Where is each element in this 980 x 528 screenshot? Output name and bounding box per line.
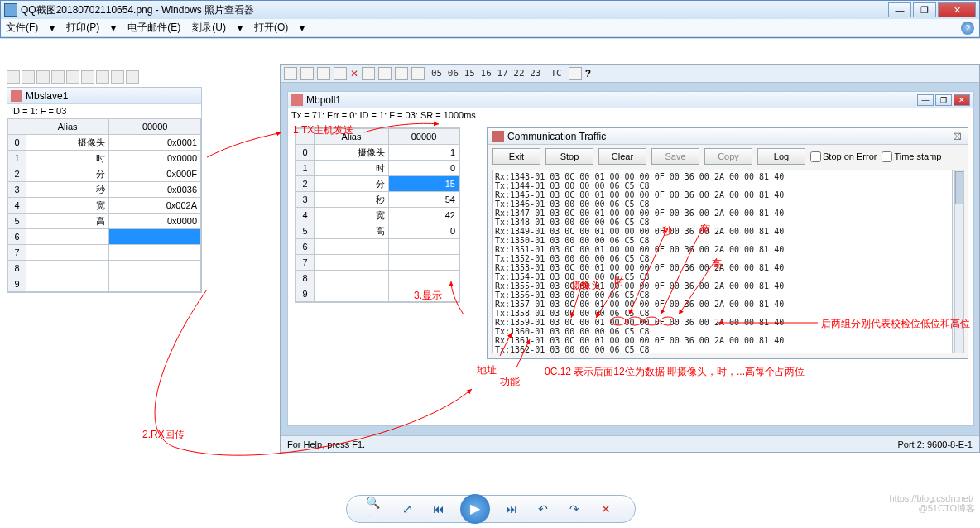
- copy-button[interactable]: Copy: [704, 148, 752, 165]
- row-header[interactable]: 8: [296, 271, 315, 286]
- cell-value[interactable]: [389, 271, 459, 286]
- cell-value[interactable]: [109, 229, 201, 245]
- scrollbar[interactable]: [954, 170, 964, 353]
- tool-icon[interactable]: [395, 67, 408, 80]
- cell-alias[interactable]: 秒: [26, 182, 109, 198]
- row-header[interactable]: 4: [8, 198, 26, 214]
- cell-alias[interactable]: [315, 239, 389, 255]
- dialog-close-icon[interactable]: ⛝: [953, 131, 963, 142]
- cell-value[interactable]: 15: [389, 176, 459, 192]
- mbslave-table[interactable]: Alias00000 0摄像头0x00011时0x00002分0x000F3秒0…: [7, 118, 201, 292]
- row-header[interactable]: 0: [296, 145, 315, 161]
- save-button[interactable]: Save: [651, 148, 699, 165]
- help-icon[interactable]: ?: [961, 22, 974, 35]
- row-header[interactable]: 8: [8, 261, 26, 276]
- toolbar-icon[interactable]: [36, 70, 50, 84]
- traffic-title[interactable]: Communication Traffic ⛝: [488, 128, 968, 145]
- tool-icon[interactable]: [362, 67, 375, 80]
- next-button[interactable]: ⏭: [502, 499, 521, 519]
- cell-value[interactable]: 0x0000: [109, 214, 201, 229]
- cell-alias[interactable]: 摄像头: [26, 135, 109, 151]
- toolbar-tc[interactable]: TC: [547, 68, 564, 79]
- cell-value[interactable]: [389, 255, 459, 271]
- cell-alias[interactable]: [26, 276, 109, 292]
- zoom-out-button[interactable]: 🔍−: [366, 499, 386, 519]
- log-button[interactable]: Log: [757, 148, 805, 165]
- cell-alias[interactable]: 高: [315, 223, 389, 239]
- row-header[interactable]: 4: [296, 208, 315, 223]
- menu-open[interactable]: 打开(O): [254, 21, 288, 35]
- cell-value[interactable]: 0x0000: [109, 151, 201, 166]
- toolbar-icon[interactable]: [66, 70, 79, 84]
- cell-alias[interactable]: 摄像头: [315, 145, 389, 161]
- toolbar-icon[interactable]: [22, 70, 35, 84]
- exit-button[interactable]: Exit: [492, 148, 540, 165]
- menu-print[interactable]: 打印(P): [66, 21, 99, 35]
- row-header[interactable]: 6: [8, 229, 26, 245]
- play-button[interactable]: ▶: [460, 494, 490, 524]
- cell-alias[interactable]: [315, 286, 389, 302]
- cell-value[interactable]: 1: [389, 145, 459, 161]
- tool-icon[interactable]: [378, 67, 392, 80]
- mbpoll-titlebar[interactable]: Mbpoll1 — ❐ ✕: [288, 92, 973, 108]
- timestamp-check[interactable]: Time stamp: [882, 151, 941, 162]
- cell-value[interactable]: [109, 261, 201, 276]
- toolbar-icon[interactable]: [111, 70, 124, 84]
- tool-icon[interactable]: [411, 67, 425, 80]
- cell-value[interactable]: 0: [389, 223, 459, 239]
- cell-value[interactable]: [109, 245, 201, 261]
- maximize-button[interactable]: ❐: [913, 2, 936, 17]
- row-header[interactable]: 5: [8, 214, 26, 229]
- row-header[interactable]: 6: [296, 239, 315, 255]
- stop-on-error-check[interactable]: Stop on Error: [810, 151, 877, 162]
- delete-button[interactable]: ✕: [596, 499, 616, 519]
- cell-value[interactable]: [389, 286, 459, 302]
- settings-icon[interactable]: [569, 67, 582, 80]
- rotate-left-button[interactable]: ↶: [533, 499, 553, 519]
- cell-alias[interactable]: 宽: [315, 208, 389, 223]
- cell-alias[interactable]: [315, 255, 389, 271]
- cell-alias[interactable]: [26, 229, 109, 245]
- open-icon[interactable]: [300, 67, 314, 80]
- save-icon[interactable]: [317, 67, 330, 80]
- scroll-thumb[interactable]: [955, 171, 963, 204]
- cell-alias[interactable]: 高: [26, 214, 109, 229]
- cell-value[interactable]: [389, 239, 459, 255]
- cell-alias[interactable]: 秒: [315, 192, 389, 208]
- row-header[interactable]: 2: [296, 176, 315, 192]
- prev-button[interactable]: ⏮: [429, 499, 449, 519]
- cell-value[interactable]: 42: [389, 208, 459, 223]
- cell-alias[interactable]: 时: [26, 151, 109, 166]
- cell-value[interactable]: 0x0001: [109, 135, 201, 151]
- mbpoll-table[interactable]: Alias00000 0摄像头11时02分153秒544宽425高06789: [295, 128, 459, 302]
- clear-button[interactable]: Clear: [598, 148, 646, 165]
- min-button[interactable]: —: [917, 94, 934, 106]
- cell-alias[interactable]: 分: [26, 166, 109, 182]
- close-button[interactable]: ✕: [938, 2, 976, 17]
- row-header[interactable]: 1: [8, 151, 26, 166]
- cell-alias[interactable]: [315, 271, 389, 286]
- fit-button[interactable]: ⤢: [397, 499, 417, 519]
- cell-alias[interactable]: [26, 245, 109, 261]
- max-button[interactable]: ❐: [935, 94, 952, 106]
- cell-value[interactable]: 0x000F: [109, 166, 201, 182]
- row-header[interactable]: 7: [296, 255, 315, 271]
- row-header[interactable]: 3: [8, 182, 26, 198]
- cell-value[interactable]: 0: [389, 161, 459, 176]
- row-header[interactable]: 7: [8, 245, 26, 261]
- cell-alias[interactable]: 宽: [26, 198, 109, 214]
- minimize-button[interactable]: —: [888, 2, 911, 17]
- cell-alias[interactable]: [26, 261, 109, 276]
- row-header[interactable]: 1: [296, 161, 315, 176]
- toolbar-icon[interactable]: [81, 70, 94, 84]
- close-button[interactable]: ✕: [954, 94, 970, 106]
- menu-burn[interactable]: 刻录(U): [192, 21, 226, 35]
- cell-value[interactable]: 54: [389, 192, 459, 208]
- row-header[interactable]: 0: [8, 135, 26, 151]
- cell-alias[interactable]: 时: [315, 161, 389, 176]
- row-header[interactable]: 2: [8, 166, 26, 182]
- row-header[interactable]: 9: [296, 286, 315, 302]
- stop-button[interactable]: Stop: [545, 148, 593, 165]
- cell-value[interactable]: 0x0036: [109, 182, 201, 198]
- toolbar-icon[interactable]: [7, 70, 20, 84]
